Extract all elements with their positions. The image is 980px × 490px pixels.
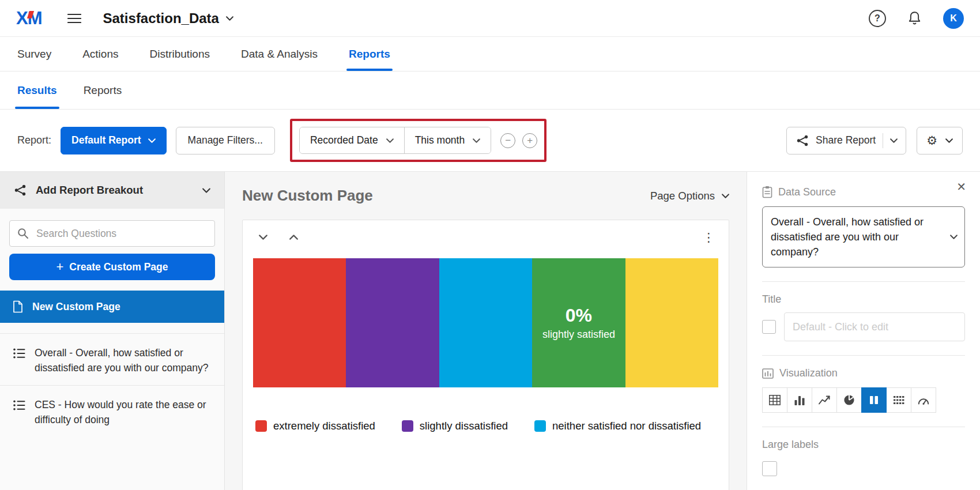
widget-settings-panel: ✕ Data Source Overall - Overall, how sat… bbox=[747, 172, 980, 490]
question-list: Overall - Overall, how satisfied or diss… bbox=[0, 333, 224, 436]
subtab-reports[interactable]: Reports bbox=[84, 71, 122, 109]
page-options-label: Page Options bbox=[650, 190, 715, 202]
visualization-label: Visualization bbox=[779, 367, 838, 379]
share-report-dropdown[interactable] bbox=[883, 133, 898, 148]
filter-value-dropdown[interactable]: This month bbox=[404, 127, 491, 153]
report-settings-button[interactable]: ⚙ bbox=[917, 127, 963, 154]
large-labels-section: Large labels bbox=[762, 427, 965, 476]
segment-value-label: 0% bbox=[566, 305, 592, 326]
create-custom-page-label: Create Custom Page bbox=[69, 261, 168, 273]
legend-item: extremely dissatisfied bbox=[255, 420, 375, 432]
search-questions bbox=[9, 220, 215, 247]
data-source-label: Data Source bbox=[778, 186, 836, 198]
share-report-label: Share Report bbox=[816, 134, 876, 146]
viz-option-table[interactable] bbox=[762, 387, 787, 413]
data-source-select[interactable]: Overall - Overall, how satisfied or diss… bbox=[762, 206, 965, 267]
chart-segment-extremely-dissatisfied[interactable] bbox=[253, 258, 346, 387]
viz-option-line-chart[interactable] bbox=[812, 387, 837, 413]
chevron-down-icon bbox=[386, 138, 394, 143]
xm-logo[interactable]: X M bbox=[16, 8, 42, 29]
title-checkbox[interactable] bbox=[762, 320, 776, 334]
chevron-down-icon bbox=[259, 235, 267, 240]
viz-pie-chart-icon bbox=[843, 394, 855, 406]
help-icon[interactable]: ? bbox=[869, 10, 886, 27]
filter-value-value: This month bbox=[415, 134, 465, 146]
data-source-section: Data Source Overall - Overall, how satis… bbox=[762, 186, 965, 267]
search-icon bbox=[17, 228, 29, 239]
question-label: Overall - Overall, how satisfied or diss… bbox=[35, 345, 213, 376]
top-bar: X M Satisfaction_Data ? K bbox=[0, 0, 980, 37]
viz-option-bar-chart[interactable] bbox=[787, 387, 812, 413]
plus-icon: + bbox=[56, 261, 63, 273]
reports-subnav: Results Reports bbox=[0, 71, 980, 110]
legend-label: slightly dissatisfied bbox=[420, 420, 508, 432]
legend-item: neither satisfied nor dissatisfied bbox=[534, 420, 701, 432]
question-list-icon bbox=[13, 399, 25, 411]
widget-menu-icon[interactable]: ⋮ bbox=[703, 231, 715, 243]
visualization-section: Visualization bbox=[762, 355, 965, 413]
data-source-value: Overall - Overall, how satisfied or diss… bbox=[771, 216, 924, 258]
viz-option-gauge[interactable] bbox=[911, 387, 936, 413]
tab-actions[interactable]: Actions bbox=[82, 37, 118, 71]
stacked-bar-chart: 0% slightly satisfied bbox=[253, 258, 718, 387]
title-section: Title bbox=[762, 281, 965, 341]
remove-filter-button[interactable]: − bbox=[500, 133, 515, 148]
visualization-icon bbox=[762, 368, 774, 379]
avatar-initial: K bbox=[950, 13, 957, 24]
report-selector-dropdown[interactable]: Default Report bbox=[61, 127, 167, 154]
viz-pivot-table-icon bbox=[893, 395, 904, 405]
legend-swatch bbox=[255, 420, 267, 432]
tab-distributions[interactable]: Distributions bbox=[149, 37, 210, 71]
question-list-icon bbox=[13, 348, 25, 359]
visualization-widget: ⋮ 0% slightly satisfied extremely dissat bbox=[242, 220, 729, 490]
report-selector-value: Default Report bbox=[71, 134, 141, 146]
manage-filters-button[interactable]: Manage Filters... bbox=[176, 127, 275, 154]
page-options-button[interactable]: Page Options bbox=[650, 190, 729, 202]
chevron-down-icon bbox=[473, 138, 480, 143]
chart-segment-slightly-satisfied[interactable]: 0% slightly satisfied bbox=[532, 258, 625, 387]
tab-survey[interactable]: Survey bbox=[17, 37, 51, 71]
question-label: CES - How would you rate the ease or dif… bbox=[35, 397, 213, 428]
subtab-results[interactable]: Results bbox=[17, 71, 57, 109]
sidebar-item-question-overall[interactable]: Overall - Overall, how satisfied or diss… bbox=[0, 333, 224, 385]
tab-data-analysis[interactable]: Data & Analysis bbox=[241, 37, 318, 71]
add-filter-button[interactable]: + bbox=[522, 133, 537, 148]
viz-bar-chart-icon bbox=[794, 395, 805, 405]
move-widget-down-button[interactable] bbox=[257, 232, 270, 242]
clipboard-icon bbox=[762, 186, 772, 198]
share-icon bbox=[796, 134, 809, 147]
legend-item: slightly dissatisfied bbox=[402, 420, 508, 432]
notifications-bell-icon[interactable] bbox=[908, 11, 921, 25]
content-area: Add Report Breakout + Create Custom Page… bbox=[0, 172, 980, 490]
add-report-breakout[interactable]: Add Report Breakout bbox=[0, 172, 224, 209]
filter-field-dropdown[interactable]: Recorded Date bbox=[300, 127, 404, 153]
viz-line-chart-icon bbox=[819, 395, 830, 405]
viz-table-icon bbox=[769, 395, 781, 405]
viz-option-pivot-table[interactable] bbox=[886, 387, 911, 413]
viz-option-breakdown-bar[interactable] bbox=[861, 387, 887, 413]
logo-letter-x: X bbox=[16, 8, 28, 29]
chart-segment-extremely-satisfied[interactable] bbox=[625, 258, 718, 387]
widget-title-input[interactable] bbox=[784, 312, 965, 341]
create-custom-page-button[interactable]: + Create Custom Page bbox=[9, 254, 215, 280]
breakout-label: Add Report Breakout bbox=[36, 184, 143, 197]
chevron-down-icon bbox=[890, 138, 898, 143]
chart-segment-slightly-dissatisfied[interactable] bbox=[346, 258, 439, 387]
help-glyph: ? bbox=[875, 13, 880, 24]
share-report-button[interactable]: Share Report bbox=[786, 127, 906, 154]
chart-segment-neither[interactable] bbox=[439, 258, 532, 387]
hamburger-menu-icon[interactable] bbox=[67, 13, 81, 24]
search-input[interactable] bbox=[9, 220, 215, 247]
sidebar-item-new-custom-page[interactable]: New Custom Page bbox=[0, 291, 224, 323]
user-avatar[interactable]: K bbox=[943, 8, 964, 29]
tab-reports[interactable]: Reports bbox=[349, 37, 390, 71]
viz-gauge-icon bbox=[918, 396, 929, 405]
manage-filters-label: Manage Filters... bbox=[188, 134, 263, 146]
viz-option-pie-chart[interactable] bbox=[836, 387, 862, 413]
project-title-dropdown[interactable]: Satisfaction_Data bbox=[103, 10, 233, 27]
close-panel-icon[interactable]: ✕ bbox=[956, 181, 966, 193]
large-labels-checkbox[interactable] bbox=[762, 461, 777, 476]
chevron-down-icon bbox=[148, 138, 156, 143]
sidebar-item-question-ces[interactable]: CES - How would you rate the ease or dif… bbox=[0, 385, 224, 437]
move-widget-up-button[interactable] bbox=[287, 232, 300, 242]
